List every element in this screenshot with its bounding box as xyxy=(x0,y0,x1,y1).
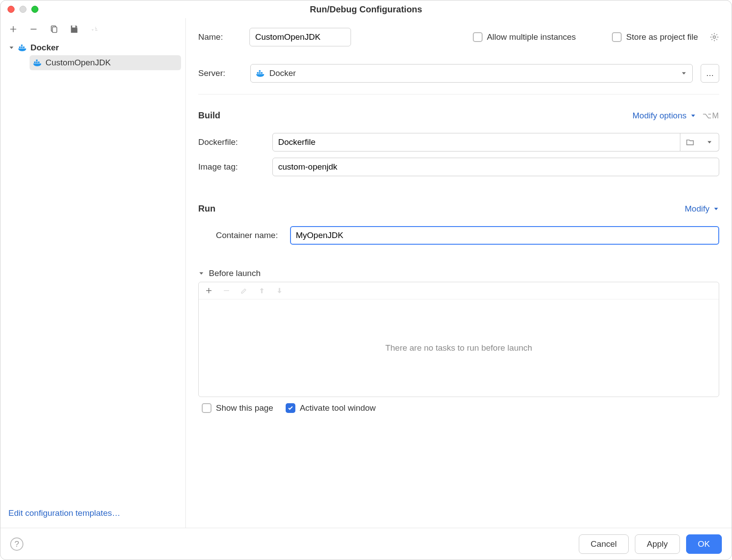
svg-text:+: + xyxy=(76,26,79,30)
apply-button[interactable]: Apply xyxy=(635,534,680,554)
build-shortcut: ⌥M xyxy=(702,111,719,121)
build-section: Build Modify options ⌥M Dockerfile: xyxy=(198,107,719,182)
svg-rect-0 xyxy=(30,29,36,30)
minimize-window-icon xyxy=(19,6,26,13)
before-launch-title: Before launch xyxy=(209,269,260,278)
ellipsis-icon: … xyxy=(706,69,714,78)
edit-task-icon xyxy=(240,287,248,295)
svg-rect-9 xyxy=(34,61,36,63)
svg-rect-6 xyxy=(21,46,23,48)
config-tree: Docker CustomOpenJDK xyxy=(0,38,185,73)
show-this-page-checkbox[interactable]: Show this page xyxy=(202,403,273,413)
sort-config-icon xyxy=(90,24,99,34)
chevron-down-icon xyxy=(8,45,15,51)
ok-button[interactable]: OK xyxy=(686,534,722,554)
checkbox-icon xyxy=(612,32,622,42)
titlebar: Run/Debug Configurations xyxy=(0,0,732,18)
copy-config-icon[interactable] xyxy=(49,24,59,34)
svg-rect-17 xyxy=(259,70,261,72)
dialog-title: Run/Debug Configurations xyxy=(310,4,422,15)
show-this-page-label: Show this page xyxy=(216,403,273,413)
svg-rect-8 xyxy=(21,45,23,46)
activate-tool-window-label: Activate tool window xyxy=(300,403,376,413)
svg-rect-11 xyxy=(38,61,40,63)
dialog-footer: ? Cancel Apply OK xyxy=(0,528,732,560)
move-up-icon xyxy=(258,287,266,295)
svg-rect-18 xyxy=(224,290,229,291)
window-controls xyxy=(8,6,38,13)
run-section: Run Modify Container name: xyxy=(198,200,719,251)
checkbox-icon xyxy=(473,32,483,42)
before-launch-empty: There are no tasks to run before launch xyxy=(199,299,719,397)
tree-node-customopenjdk[interactable]: CustomOpenJDK xyxy=(30,55,181,70)
move-down-icon xyxy=(275,287,283,295)
name-input[interactable] xyxy=(249,28,351,46)
add-config-icon[interactable] xyxy=(8,24,18,34)
svg-rect-16 xyxy=(261,72,263,74)
before-launch-box: There are no tasks to run before launch xyxy=(198,282,719,397)
bottom-options: Show this page Activate tool window xyxy=(198,397,719,421)
edit-templates-link[interactable]: Edit configuration templates… xyxy=(8,508,120,518)
svg-rect-14 xyxy=(257,72,259,74)
help-icon[interactable]: ? xyxy=(10,537,23,551)
tree-node-label: CustomOpenJDK xyxy=(45,58,111,68)
cancel-button[interactable]: Cancel xyxy=(579,534,629,554)
gear-icon[interactable] xyxy=(709,32,719,42)
sidebar-toolbar: + xyxy=(0,18,185,38)
dialog-body: + Docker xyxy=(0,18,732,528)
allow-multiple-label: Allow multiple instances xyxy=(487,32,576,42)
tree-node-docker[interactable]: Docker xyxy=(5,40,181,55)
tree-node-label: Docker xyxy=(30,43,59,53)
docker-icon xyxy=(33,59,42,66)
dockerfile-dropdown-button[interactable] xyxy=(700,133,719,151)
dockerfile-browse-button[interactable] xyxy=(680,133,700,151)
run-title: Run xyxy=(198,204,215,214)
svg-rect-2 xyxy=(53,27,57,33)
close-window-icon[interactable] xyxy=(8,6,15,13)
dialog-window: Run/Debug Configurations + xyxy=(0,0,732,560)
docker-icon xyxy=(256,70,265,77)
chevron-down-icon xyxy=(198,270,204,276)
name-label: Name: xyxy=(198,32,238,42)
chevron-down-icon xyxy=(681,70,687,76)
svg-rect-3 xyxy=(72,26,75,28)
chevron-down-icon xyxy=(706,139,713,145)
svg-rect-10 xyxy=(36,61,38,63)
image-tag-input[interactable] xyxy=(272,158,719,176)
store-project-label: Store as project file xyxy=(626,32,698,42)
svg-rect-15 xyxy=(259,72,261,74)
add-task-icon[interactable] xyxy=(205,287,213,295)
before-launch-toolbar xyxy=(199,282,719,299)
main-panel: Name: Allow multiple instances Store as … xyxy=(186,18,732,528)
remove-config-icon[interactable] xyxy=(29,24,38,34)
dockerfile-label: Dockerfile: xyxy=(198,137,264,147)
maximize-window-icon[interactable] xyxy=(31,6,38,13)
server-browse-button[interactable]: … xyxy=(701,64,719,83)
build-modify-options-link[interactable]: Modify options xyxy=(632,111,696,121)
svg-point-13 xyxy=(713,36,716,38)
remove-task-icon xyxy=(223,287,230,295)
sidebar-footer: Edit configuration templates… xyxy=(0,500,185,528)
server-value: Docker xyxy=(269,68,296,78)
dockerfile-input[interactable] xyxy=(272,133,680,151)
container-name-input[interactable] xyxy=(290,226,719,245)
before-launch-toggle[interactable]: Before launch xyxy=(198,269,719,278)
allow-multiple-checkbox[interactable]: Allow multiple instances xyxy=(473,32,576,42)
svg-rect-5 xyxy=(19,46,21,48)
server-label: Server: xyxy=(198,68,242,78)
build-title: Build xyxy=(198,110,220,121)
server-select[interactable]: Docker xyxy=(250,64,693,83)
save-config-icon[interactable]: + xyxy=(69,24,79,34)
run-modify-link[interactable]: Modify xyxy=(685,204,719,214)
docker-icon xyxy=(18,44,27,51)
store-project-checkbox[interactable]: Store as project file xyxy=(612,32,698,42)
checkbox-checked-icon xyxy=(286,403,295,413)
activate-tool-window-checkbox[interactable]: Activate tool window xyxy=(286,403,376,413)
sidebar: + Docker xyxy=(0,18,186,528)
container-name-label: Container name: xyxy=(198,231,282,240)
svg-rect-12 xyxy=(36,60,38,61)
image-tag-label: Image tag: xyxy=(198,162,264,172)
folder-icon xyxy=(686,138,694,147)
before-launch-section: Before launch xyxy=(198,269,719,397)
checkbox-icon xyxy=(202,403,211,413)
